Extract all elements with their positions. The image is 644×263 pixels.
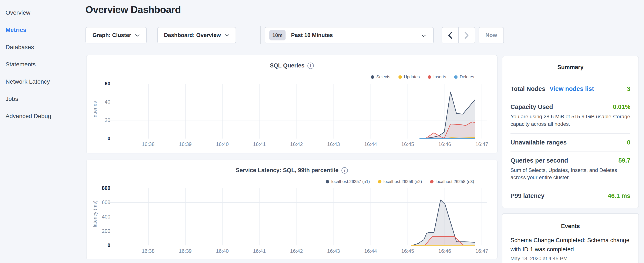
sidebar-item-jobs[interactable]: Jobs	[6, 92, 85, 109]
now-button-label: Now	[486, 32, 497, 39]
summary-row-label: Total Nodes	[510, 85, 545, 92]
x-axis-tick: 16:46	[432, 248, 458, 254]
sidebar-item-network-latency[interactable]: Network Latency	[6, 75, 85, 92]
summary-row: Queries per second59.7Sum of Selects, Up…	[510, 152, 630, 187]
x-axis-tick: 16:40	[210, 248, 235, 254]
summary-title: Summary	[502, 64, 638, 71]
summary-row-description: You are using 28.6 MiB of 515.9 GiB usab…	[510, 113, 630, 128]
event-item[interactable]: Schema Change Completed: Schema change w…	[510, 236, 631, 261]
summary-row-value: 3	[627, 85, 630, 92]
summary-row-label: P99 latency	[510, 192, 544, 199]
sql-queries-chart-card: SQL Queries i SelectsUpdatesInsertsDelet…	[86, 55, 498, 153]
summary-row-head: Capacity Used0.01%	[510, 103, 630, 110]
x-axis-tick: 16:38	[136, 141, 161, 147]
chart-title: SQL Queries	[270, 62, 304, 69]
y-axis-tick: 600	[86, 199, 110, 205]
chevron-left-icon	[448, 32, 453, 39]
x-axis-tick: 16:47	[469, 248, 494, 254]
x-axis-tick: 16:43	[321, 141, 346, 147]
y-axis-tick: 20	[86, 117, 110, 123]
sidebar-item-overview[interactable]: Overview	[6, 6, 85, 23]
legend-label: localhost:26258 (n3)	[436, 179, 474, 184]
legend-dot	[454, 75, 458, 79]
y-axis-tick: 400	[86, 214, 110, 220]
graph-dropdown-label: Graph: Cluster	[92, 32, 131, 39]
time-window-badge: 10m	[270, 30, 286, 41]
x-axis-tick: 16:42	[284, 248, 309, 254]
next-time-button[interactable]	[458, 28, 475, 43]
summary-row: P99 latency46.1 ms	[510, 187, 630, 205]
time-window-label: Past 10 Minutes	[291, 32, 333, 39]
legend-item: localhost:26259 (n2)	[378, 179, 422, 184]
legend-dot	[430, 180, 434, 183]
graph-dropdown[interactable]: Graph: Cluster	[86, 27, 147, 43]
summary-row-value: 59.7	[618, 157, 630, 164]
x-axis-tick: 16:44	[358, 248, 383, 254]
time-step-buttons	[442, 27, 475, 43]
chevron-right-icon	[464, 32, 469, 39]
x-axis-tick: 16:41	[247, 248, 272, 254]
summary-row: Unavailable ranges0	[510, 134, 630, 152]
service-latency-chart-card: Service Latency: SQL, 99th percentile i …	[86, 160, 498, 259]
x-axis-tick: 16:46	[432, 141, 458, 147]
sql-queries-plot	[86, 55, 497, 153]
chart-legend: localhost:26257 (n1)localhost:26259 (n2)…	[326, 179, 474, 184]
summary-row-label: Capacity Used	[510, 103, 553, 110]
legend-item: Inserts	[428, 75, 446, 79]
x-axis-tick: 16:45	[395, 141, 420, 147]
sidebar-item-statements[interactable]: Statements	[6, 58, 85, 75]
legend-label: Deletes	[460, 75, 474, 79]
legend-label: localhost:26259 (n2)	[384, 179, 422, 184]
chart-legend: SelectsUpdatesInsertsDeletes	[371, 75, 474, 79]
x-axis-tick: 16:43	[321, 248, 346, 254]
time-range-dropdown[interactable]: 10m Past 10 Minutes	[265, 27, 434, 43]
y-axis-tick: 40	[86, 99, 110, 105]
info-icon[interactable]: i	[308, 63, 314, 69]
summary-row-label: Queries per second	[510, 157, 568, 164]
legend-item: Updates	[398, 75, 420, 79]
dashboard-dropdown[interactable]: Dashboard: Overview	[157, 27, 236, 43]
y-axis-tick: 0	[86, 242, 110, 248]
summary-row-value: 0.01%	[613, 103, 630, 110]
chevron-down-icon	[422, 34, 426, 37]
summary-row-head: P99 latency46.1 ms	[510, 192, 630, 199]
summary-rows: Total NodesView nodes list3Capacity Used…	[510, 80, 630, 205]
x-axis-tick: 16:40	[210, 141, 235, 147]
x-axis-tick: 16:39	[172, 248, 198, 254]
summary-row-head: Unavailable ranges0	[510, 139, 630, 146]
chevron-down-icon	[225, 34, 230, 37]
summary-row-head: Queries per second59.7	[510, 157, 630, 164]
dashboard-dropdown-label: Dashboard: Overview	[164, 32, 221, 39]
event-text: Schema Change Completed: Schema change w…	[510, 236, 631, 254]
event-list: Schema Change Completed: Schema change w…	[510, 236, 631, 261]
x-axis-tick: 16:44	[358, 141, 383, 147]
x-axis-tick: 16:47	[469, 141, 494, 147]
y-axis-tick: 60	[86, 81, 110, 87]
view-nodes-list-link[interactable]: View nodes list	[550, 85, 594, 92]
summary-panel: Summary Total NodesView nodes list3Capac…	[502, 56, 639, 208]
legend-label: Updates	[404, 75, 420, 79]
x-axis-tick: 16:39	[172, 141, 198, 147]
events-title: Events	[502, 223, 638, 229]
info-icon[interactable]: i	[342, 167, 348, 174]
legend-label: localhost:26257 (n1)	[331, 179, 370, 184]
chevron-down-icon	[135, 34, 140, 37]
controls-divider	[260, 26, 261, 44]
y-axis-tick: 200	[86, 228, 110, 234]
legend-dot	[326, 180, 329, 183]
legend-dot	[378, 180, 382, 183]
chart-title: Service Latency: SQL, 99th percentile	[236, 167, 338, 174]
y-axis-tick: 800	[86, 185, 110, 191]
y-axis-tick: 0	[86, 136, 110, 141]
controls-bar: Graph: Cluster Dashboard: Overview 10m P…	[0, 27, 644, 43]
summary-row-value: 46.1 ms	[608, 192, 630, 199]
legend-dot	[398, 75, 402, 79]
summary-row: Total NodesView nodes list3	[510, 80, 630, 98]
x-axis-tick: 16:42	[284, 141, 309, 147]
summary-row: Capacity Used0.01%You are using 28.6 MiB…	[510, 98, 630, 134]
sidebar-item-advanced-debug[interactable]: Advanced Debug	[6, 109, 85, 127]
x-axis-tick: 16:41	[247, 141, 272, 147]
summary-row-value: 0	[627, 139, 630, 146]
previous-time-button[interactable]	[442, 28, 458, 43]
now-button[interactable]: Now	[478, 27, 504, 43]
